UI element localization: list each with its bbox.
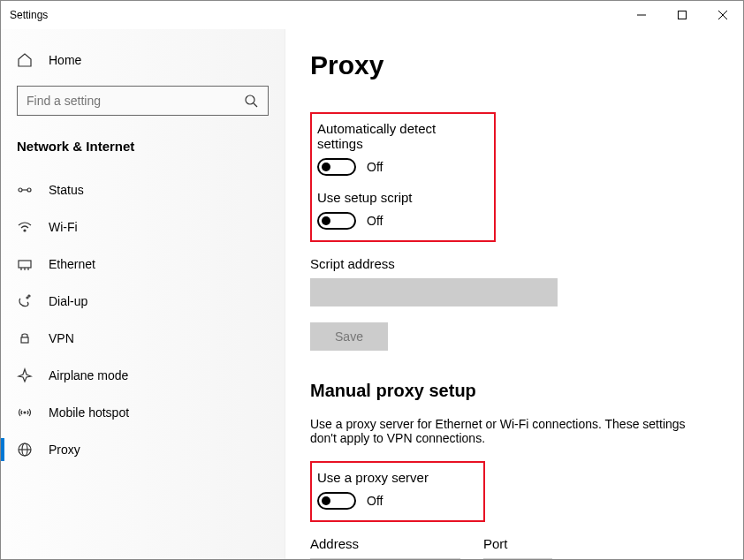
home-icon [17,52,33,68]
manual-description: Use a proxy server for Ethernet or Wi-Fi… [310,417,699,445]
sidebar-item-label: Proxy [49,443,80,457]
sidebar-item-airplane[interactable]: Airplane mode [1,357,285,394]
sidebar-item-label: Status [49,183,84,197]
svg-line-5 [254,103,257,107]
setup-script-state: Off [367,214,383,228]
window-controls [621,1,743,29]
svg-point-14 [27,297,28,299]
svg-point-8 [27,188,31,192]
sidebar: Home Network & Internet Status Wi-Fi [1,29,285,560]
svg-point-4 [246,95,254,104]
wifi-icon [17,219,33,235]
vpn-icon [17,330,33,346]
titlebar: Settings [1,1,743,29]
sidebar-item-wifi[interactable]: Wi-Fi [1,208,285,246]
status-icon [17,182,33,198]
use-proxy-label: Use a proxy server [317,470,474,485]
svg-rect-16 [21,337,28,343]
svg-point-6 [19,188,22,192]
use-proxy-state: Off [367,494,383,508]
highlight-box-proxy: Use a proxy server Off [310,461,485,522]
sidebar-item-ethernet[interactable]: Ethernet [1,246,285,283]
setup-script-toggle[interactable] [317,212,356,230]
main-content: Proxy Automatically detect settings Off … [285,29,743,560]
page-title: Proxy [310,50,718,80]
sidebar-item-label: Mobile hotspot [49,405,129,420]
hotspot-icon [17,405,33,420]
ethernet-icon [17,256,33,272]
svg-point-15 [28,295,30,297]
close-button[interactable] [702,1,743,29]
maximize-button[interactable] [662,1,702,29]
script-address-input[interactable] [310,278,558,306]
sidebar-item-dialup[interactable]: Dial-up [1,283,285,320]
minimize-button[interactable] [621,1,662,29]
sidebar-item-hotspot[interactable]: Mobile hotspot [1,394,285,431]
sidebar-item-proxy[interactable]: Proxy [1,431,285,468]
section-title: Network & Internet [1,132,285,171]
sidebar-item-label: Airplane mode [49,368,128,382]
setup-script-label: Use setup script [317,190,485,205]
svg-rect-1 [679,11,687,19]
highlight-box-auto: Automatically detect settings Off Use se… [310,112,496,242]
home-label: Home [49,53,81,67]
home-nav[interactable]: Home [1,43,285,77]
script-address-label: Script address [310,256,718,271]
proxy-icon [17,442,33,458]
window-title: Settings [10,9,48,21]
sidebar-item-label: VPN [49,331,74,345]
sidebar-item-label: Dial-up [49,294,87,308]
sidebar-item-status[interactable]: Status [1,171,285,208]
svg-point-9 [24,230,26,231]
save-button[interactable]: Save [310,322,388,351]
use-proxy-toggle[interactable] [317,492,356,510]
svg-point-17 [24,412,26,413]
dialup-icon [17,293,33,309]
port-label: Port [483,536,552,551]
sidebar-item-vpn[interactable]: VPN [1,320,285,357]
airplane-icon [17,367,33,383]
svg-rect-10 [19,261,31,268]
auto-detect-label: Automatically detect settings [317,121,485,151]
manual-heading: Manual proxy setup [310,381,718,401]
auto-detect-state: Off [367,160,383,174]
sidebar-item-label: Ethernet [49,257,95,271]
search-input[interactable] [27,94,243,108]
sidebar-item-label: Wi-Fi [49,220,78,234]
auto-detect-toggle[interactable] [317,158,356,176]
address-label: Address [310,536,460,551]
search-icon [243,93,259,109]
search-box[interactable] [17,86,269,116]
